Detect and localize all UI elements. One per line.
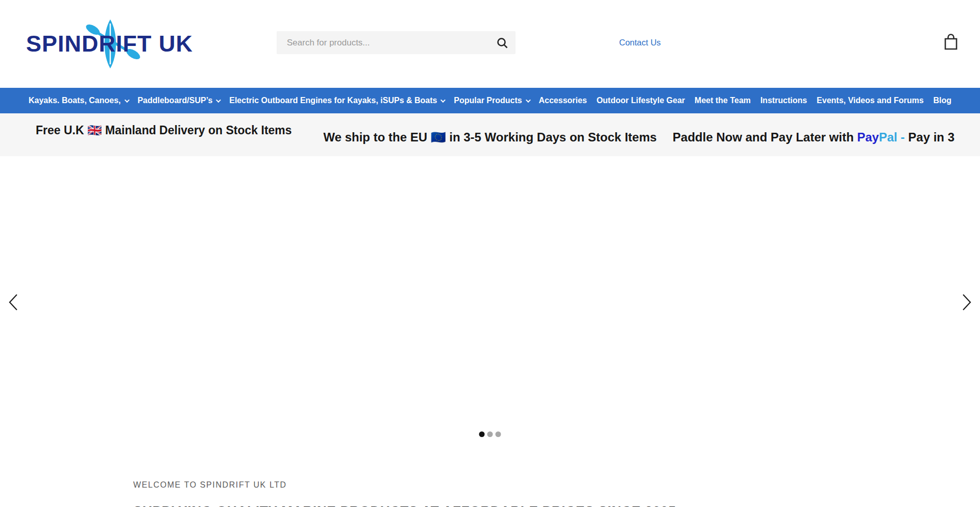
main-nav: Kayaks. Boats, Canoes, Paddleboard/SUP’s… — [0, 88, 980, 113]
paypal-pal-text: Pal — [879, 130, 897, 144]
chevron-down-icon — [526, 98, 531, 103]
carousel-dot-2[interactable] — [487, 431, 493, 437]
nav-item-outdoor-lifestyle-gear[interactable]: Outdoor Lifestyle Gear — [597, 96, 685, 105]
cart-bag-icon — [943, 33, 959, 51]
chevron-left-icon — [7, 293, 19, 311]
nav-item-paddleboard-sups[interactable]: Paddleboard/SUP’s — [137, 96, 219, 105]
carousel-prev-button[interactable] — [2, 292, 24, 314]
search-icon — [496, 37, 508, 49]
welcome-section: WELCOME TO SPINDRIFT UK LTD SUPPLYING QU… — [0, 480, 980, 507]
cart-button[interactable] — [942, 33, 960, 52]
chevron-down-icon — [216, 98, 221, 103]
paypal-pay-text: Pay — [857, 130, 879, 144]
nav-item-kayaks-boats-canoes[interactable]: Kayaks. Boats, Canoes, — [29, 96, 128, 105]
search-input[interactable] — [277, 31, 489, 54]
nav-item-instructions[interactable]: Instructions — [761, 96, 807, 105]
promo-paypal-pay-in-3: Paddle Now and Pay Later with PayPal - P… — [673, 130, 954, 144]
hero-carousel — [0, 156, 980, 442]
promo-strip: Free U.K 🇬🇧 Mainland Delivery on Stock I… — [0, 113, 980, 156]
contact-us-link[interactable]: Contact Us — [619, 38, 661, 47]
welcome-heading: SUPPLYING QUALITY MARINE PRODUCTS AT AFF… — [133, 503, 980, 507]
chevron-right-icon — [961, 293, 973, 311]
nav-item-electric-outboard-engines[interactable]: Electric Outboard Engines for Kayaks, iS… — [229, 96, 444, 105]
carousel-dot-1[interactable] — [479, 431, 485, 437]
carousel-dot-3[interactable] — [496, 431, 501, 437]
chevron-down-icon — [440, 98, 446, 103]
nav-item-meet-the-team[interactable]: Meet the Team — [695, 96, 751, 105]
logo-wordmark: SPINDRIFT UK — [26, 18, 202, 69]
nav-item-events-videos-forums[interactable]: Events, Videos and Forums — [817, 96, 924, 105]
site-logo[interactable]: SPINDRIFT UK — [26, 18, 202, 69]
nav-item-blog[interactable]: Blog — [933, 96, 951, 105]
promo-free-uk-delivery: Free U.K 🇬🇧 Mainland Delivery on Stock I… — [36, 124, 292, 137]
chevron-down-icon — [124, 98, 129, 103]
welcome-eyebrow: WELCOME TO SPINDRIFT UK LTD — [133, 480, 980, 490]
nav-item-accessories[interactable]: Accessories — [539, 96, 587, 105]
carousel-next-button[interactable] — [955, 292, 978, 314]
promo-eu-shipping: We ship to the EU 🇪🇺 in 3-5 Working Days… — [323, 130, 656, 144]
search-button[interactable] — [489, 31, 516, 54]
carousel-dots — [479, 431, 501, 437]
nav-item-popular-products[interactable]: Popular Products — [454, 96, 529, 105]
site-header: SPINDRIFT UK Contact Us — [0, 0, 980, 88]
search-bar — [277, 31, 516, 54]
